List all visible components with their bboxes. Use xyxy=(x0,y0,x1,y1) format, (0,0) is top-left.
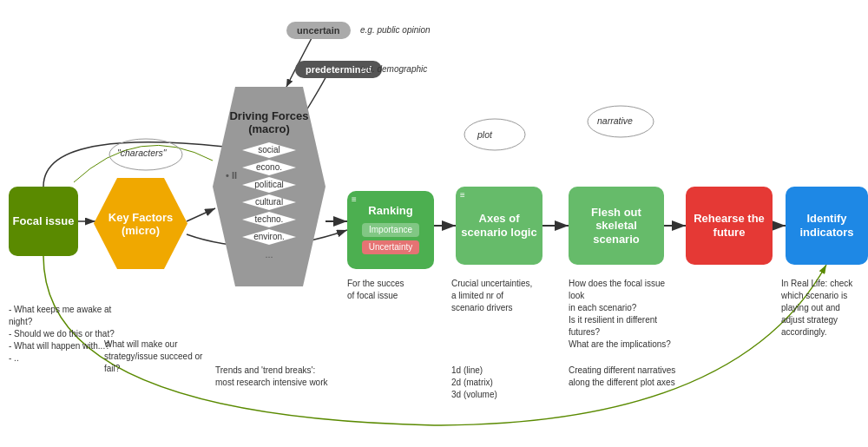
svg-line-4 xyxy=(187,208,215,221)
narrative-label: narrative xyxy=(597,115,633,126)
flesh-q-note: How does the focal issue lookin each sce… xyxy=(569,278,681,351)
flesh-out-box: Flesh out skeletal scenario xyxy=(569,187,664,265)
key-factors-note: What will make ourstrategy/issue succeed… xyxy=(104,339,217,375)
identify-box: Identify indicators xyxy=(786,187,868,265)
focal-issue-box: Focal issue xyxy=(9,187,78,256)
axes-note: Crucial uncertainties,a limited nr ofsce… xyxy=(451,278,556,314)
uncertain-tag: uncertain xyxy=(286,22,351,39)
uncertain-example: e.g. public opinion xyxy=(360,24,431,36)
driving-forces-shape xyxy=(213,87,326,286)
rehearse-box: Rehearse the future xyxy=(686,187,773,265)
predetermined-example: e.g. demographic xyxy=(360,63,427,76)
ranking-title: Ranking xyxy=(368,204,412,218)
driving-dot: • II xyxy=(226,170,237,181)
axes-box: ≡ Axes of scenario logic xyxy=(456,187,542,265)
ranking-note: For the succesof focal issue xyxy=(347,278,434,302)
diagram-container: uncertain e.g. public opinion predetermi… xyxy=(0,0,868,447)
key-factors-box: Key Factors (micro) xyxy=(94,178,187,269)
characters-label: "characters" xyxy=(117,148,166,158)
svg-point-10 xyxy=(464,119,525,150)
driving-forces-note: Trends and 'trend breaks':most research … xyxy=(215,365,337,389)
flesh-note: Creating different narrativesalong the d… xyxy=(569,365,681,389)
ranking-box: ≡ Ranking Importance Uncertainty xyxy=(347,191,434,269)
ranking-uncertainty: Uncertainty xyxy=(362,240,420,254)
identify-note: In Real Life: checkwhich scenario isplay… xyxy=(781,278,868,339)
axes-sub-note: 1d (line)2d (matrix)3d (volume) xyxy=(451,365,538,401)
ranking-importance: Importance xyxy=(362,223,419,237)
plot-label: plot xyxy=(477,129,492,140)
